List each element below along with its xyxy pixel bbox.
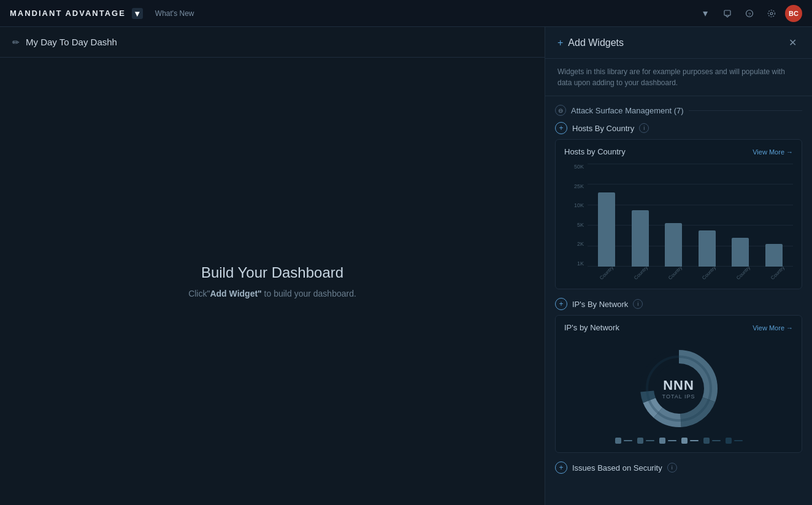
bar-country-2 [624,164,657,267]
settings-icon[interactable] [763,5,780,22]
widget-ips-header: + IP's By Network i [555,298,802,310]
view-more-ips[interactable]: View More → [753,324,793,332]
legend-item-6 [726,438,743,444]
widget-issues-header: + Issues Based on Security i [555,461,802,474]
preview-card-ips: IP's by Network View More → [555,315,802,453]
preview-card-header-ips: IP's by Network View More → [556,316,802,340]
bar-country-3 [657,164,691,267]
panel-close-button[interactable]: ✕ [785,36,800,50]
widget-hosts-by-country: + Hosts By Country i Hosts by Country Vi… [555,122,802,289]
logo: MANDIANT ADVANTAGE ▾ [10,8,143,19]
subtitle-prefix: Click" [188,289,210,298]
widget-add-button-issues[interactable]: + [555,461,567,474]
subtitle-bold: Add Widget" [210,289,261,298]
legend-item-1 [615,438,632,444]
nav-filter-dropdown[interactable]: ▾ [697,5,714,22]
subtitle-suffix: to build your dashboard. [262,289,356,298]
donut-legend [615,438,743,444]
section-attack-surface-header: ⊖ Attack Surface Management (7) [555,96,802,122]
dashboard-area: ✏ My Day To Day Dashh Build Your Dashboa… [0,27,545,505]
widget-name-issues: Issues Based on Security [572,463,662,473]
widget-info-icon-issues[interactable]: i [667,463,677,473]
donut-label: TOTAL IPS [662,393,695,400]
view-more-hosts[interactable]: View More → [753,148,793,156]
preview-card-hosts-by-country: Hosts by Country View More → 50K 25K [555,139,802,289]
legend-item-4 [681,438,699,444]
top-navigation: MANDIANT ADVANTAGE ▾ What's New ▾ ? BC [0,0,812,27]
donut-value: NNN [662,378,695,393]
help-icon[interactable]: ? [741,5,758,22]
edit-title-icon[interactable]: ✏ [12,37,20,47]
panel-body: ⊖ Attack Surface Management (7) + Hosts … [545,96,812,505]
widget-add-button-ips[interactable]: + [555,298,567,310]
build-subtitle: Click"Add Widget" to build your dashboar… [188,289,356,298]
widget-ips-by-network: + IP's By Network i IP's by Network View… [555,298,802,453]
section-title-attack-surface: Attack Surface Management (7) [571,106,684,115]
bar-country-4 [691,164,724,267]
dashboard-content: Build Your Dashboard Click"Add Widget" t… [0,58,545,505]
widget-name-ips: IP's By Network [572,300,628,309]
preview-card-title-ips: IP's by Network [564,323,619,332]
widget-info-icon-hosts-by-country[interactable]: i [639,123,649,133]
main-area: ✏ My Day To Day Dashh Build Your Dashboa… [0,27,812,505]
legend-item-2 [637,438,654,444]
nav-right-actions: ▾ ? BC [697,5,802,22]
panel-title: Add Widgets [568,37,780,48]
widget-name-hosts-by-country: Hosts By Country [572,124,634,133]
preview-card-header: Hosts by Country View More → [556,140,802,164]
nav-dropdown-chevron[interactable]: ▾ [132,8,143,19]
dashboard-title: My Day To Day Dashh [26,37,117,47]
whats-new-link[interactable]: What's New [155,9,194,18]
widget-issues-security: + Issues Based on Security i [555,461,802,474]
section-divider [689,110,802,111]
panel-plus-icon: + [557,37,563,48]
bar-country-5 [724,164,757,267]
widget-info-icon-ips[interactable]: i [633,299,643,309]
right-panel: + Add Widgets ✕ Widgets in this library … [545,27,812,505]
bar-country-1 [590,164,624,267]
bar-chart-hosts-by-country: 50K 25K 10K 5K 2K 1K [556,164,802,289]
svg-text:?: ? [748,12,751,17]
donut-chart-ips: NNN TOTAL IPS [556,340,802,452]
logo-text: MANDIANT ADVANTAGE [10,9,126,18]
preview-card-title-hosts: Hosts by Country [564,147,626,156]
section-collapse-button[interactable]: ⊖ [555,105,566,116]
svg-rect-0 [724,10,730,15]
user-avatar[interactable]: BC [785,5,802,22]
widget-add-button-hosts-by-country[interactable]: + [555,122,567,134]
legend-item-5 [703,438,721,444]
build-title: Build Your Dashboard [201,264,343,281]
panel-description: Widgets in this library are for example … [545,59,812,96]
legend-item-3 [659,438,676,444]
dashboard-header: ✏ My Day To Day Dashh [0,27,545,58]
svg-point-4 [768,10,775,17]
widget-item-header: + Hosts By Country i [555,122,802,134]
panel-header: + Add Widgets ✕ [545,27,812,59]
notification-icon[interactable] [719,5,736,22]
svg-point-3 [770,12,773,15]
bar-country-6 [757,164,791,267]
